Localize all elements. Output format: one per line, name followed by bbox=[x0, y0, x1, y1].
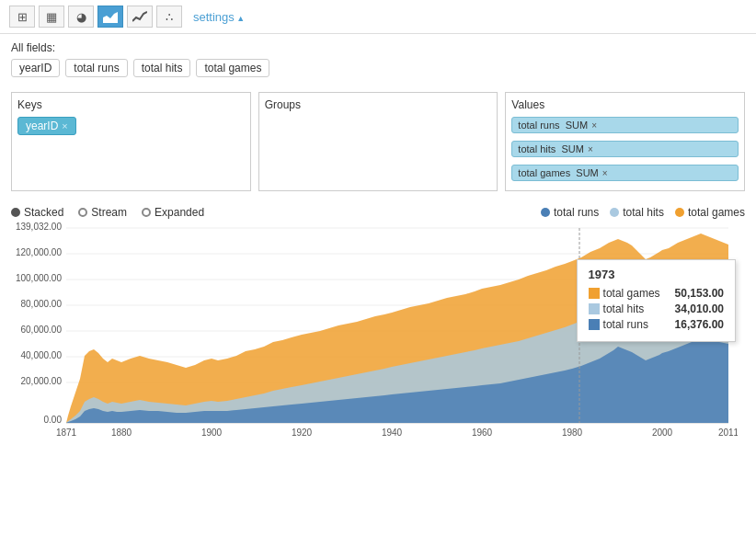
svg-text:0.00: 0.00 bbox=[44, 415, 63, 425]
svg-text:1920: 1920 bbox=[292, 428, 313, 438]
line-chart-button[interactable] bbox=[127, 6, 153, 28]
toolbar: ⊞ ▦ ◕ ∴ settings bbox=[0, 0, 756, 34]
svg-text:40,000.00: 40,000.00 bbox=[21, 350, 63, 360]
stream-label: Stream bbox=[91, 206, 127, 219]
value-tag-total-hits-label: total hits SUM bbox=[518, 143, 584, 154]
scatter-chart-button[interactable]: ∴ bbox=[156, 6, 182, 28]
legend-games-dot bbox=[675, 208, 684, 217]
bar-chart-button[interactable]: ▦ bbox=[39, 6, 64, 28]
svg-marker-0 bbox=[103, 12, 118, 23]
value-tag-total-games-remove[interactable]: × bbox=[602, 168, 608, 178]
svg-text:1880: 1880 bbox=[111, 428, 132, 438]
legend-runs-label: total runs bbox=[554, 206, 599, 219]
tooltip-runs-value: 16,376.00 bbox=[675, 318, 724, 331]
svg-text:120,000.00: 120,000.00 bbox=[16, 247, 62, 257]
expanded-radio[interactable]: Expanded bbox=[142, 206, 204, 219]
tooltip-year: 1973 bbox=[589, 268, 724, 281]
svg-text:80,000.00: 80,000.00 bbox=[21, 299, 63, 309]
legend-games-label: total games bbox=[688, 206, 745, 219]
legend-hits-label: total hits bbox=[623, 206, 664, 219]
value-tag-total-games-label: total games SUM bbox=[518, 167, 598, 178]
expanded-label: Expanded bbox=[155, 206, 204, 219]
stream-radio[interactable]: Stream bbox=[78, 206, 127, 219]
stream-radio-dot bbox=[78, 208, 87, 217]
svg-text:2011: 2011 bbox=[718, 428, 738, 438]
legend-hits-dot bbox=[610, 208, 619, 217]
value-tag-total-runs[interactable]: total runs SUM × bbox=[511, 117, 739, 133]
tooltip-games-text: total games bbox=[603, 287, 660, 300]
chart-wrapper: 139,032.00 120,000.00 100,000.00 80,000.… bbox=[11, 222, 745, 443]
legend-total-hits: total hits bbox=[610, 206, 664, 219]
value-tag-total-hits[interactable]: total hits SUM × bbox=[511, 141, 739, 157]
keys-panel: Keys yearID × bbox=[11, 92, 251, 191]
area-chart-button[interactable] bbox=[97, 6, 123, 28]
tooltip-games-label: total games bbox=[589, 287, 660, 300]
groups-title: Groups bbox=[265, 98, 492, 111]
svg-text:1871: 1871 bbox=[56, 428, 77, 438]
legend-items: total runs total hits total games bbox=[541, 206, 745, 219]
tooltip-hits-text: total hits bbox=[603, 302, 645, 315]
fields-label: All fields: bbox=[11, 41, 745, 54]
settings-link[interactable]: settings bbox=[193, 10, 245, 24]
chart-container: Stacked Stream Expanded total runs total… bbox=[0, 199, 756, 447]
tooltip-games-value: 50,153.00 bbox=[675, 287, 724, 300]
tooltip-row-runs: total runs 16,376.00 bbox=[589, 318, 724, 331]
svg-text:100,000.00: 100,000.00 bbox=[16, 273, 62, 283]
tooltip-games-color-swatch bbox=[589, 288, 600, 299]
grid-button[interactable]: ⊞ bbox=[9, 6, 35, 28]
fields-section: All fields: yearID total runs total hits… bbox=[0, 34, 756, 85]
tooltip-runs-text: total runs bbox=[603, 318, 648, 331]
config-area: Keys yearID × Groups Values total runs S… bbox=[0, 85, 756, 199]
chart-controls: Stacked Stream Expanded total runs total… bbox=[11, 206, 745, 219]
tooltip-hits-value: 34,010.00 bbox=[675, 302, 724, 315]
keys-title: Keys bbox=[17, 98, 245, 111]
tooltip-runs-label: total runs bbox=[589, 318, 648, 331]
svg-text:60,000.00: 60,000.00 bbox=[21, 325, 63, 335]
values-title: Values bbox=[511, 98, 739, 111]
field-tags: yearID total runs total hits total games bbox=[11, 59, 745, 77]
tooltip-row-games: total games 50,153.00 bbox=[589, 287, 724, 300]
key-tag-remove[interactable]: × bbox=[62, 120, 67, 131]
tooltip-runs-color-swatch bbox=[589, 319, 600, 330]
pie-chart-button[interactable]: ◕ bbox=[68, 6, 94, 28]
svg-text:20,000.00: 20,000.00 bbox=[21, 376, 63, 386]
field-tag-total-games[interactable]: total games bbox=[196, 59, 269, 77]
svg-text:1940: 1940 bbox=[382, 428, 403, 438]
svg-text:2000: 2000 bbox=[652, 428, 673, 438]
value-tag-total-runs-remove[interactable]: × bbox=[591, 120, 597, 131]
value-tag-total-runs-label: total runs SUM bbox=[518, 120, 588, 131]
key-tag-yearid[interactable]: yearID × bbox=[17, 117, 76, 135]
legend-total-games: total games bbox=[675, 206, 745, 219]
groups-panel: Groups bbox=[258, 92, 498, 191]
expanded-radio-dot bbox=[142, 208, 151, 217]
stacked-radio[interactable]: Stacked bbox=[11, 206, 63, 219]
legend-runs-dot bbox=[541, 208, 550, 217]
stacked-radio-dot bbox=[11, 208, 20, 217]
field-tag-yearid[interactable]: yearID bbox=[11, 59, 60, 77]
value-tag-total-hits-remove[interactable]: × bbox=[588, 144, 593, 154]
field-tag-total-runs[interactable]: total runs bbox=[65, 59, 127, 77]
values-panel: Values total runs SUM × total hits SUM ×… bbox=[505, 92, 745, 191]
key-tag-label: yearID bbox=[26, 120, 58, 132]
legend-total-runs: total runs bbox=[541, 206, 599, 219]
tooltip-hits-label: total hits bbox=[589, 302, 645, 315]
field-tag-total-hits[interactable]: total hits bbox=[133, 59, 191, 77]
stacked-label: Stacked bbox=[24, 206, 63, 219]
tooltip-box: 1973 total games 50,153.00 total hits 34… bbox=[577, 259, 736, 342]
svg-text:1960: 1960 bbox=[472, 428, 493, 438]
value-tag-total-games[interactable]: total games SUM × bbox=[511, 165, 739, 181]
svg-text:139,032.00: 139,032.00 bbox=[16, 222, 62, 232]
tooltip-hits-color-swatch bbox=[589, 303, 600, 314]
tooltip-row-hits: total hits 34,010.00 bbox=[589, 302, 724, 315]
svg-text:1980: 1980 bbox=[562, 428, 583, 438]
svg-text:1900: 1900 bbox=[201, 428, 223, 438]
